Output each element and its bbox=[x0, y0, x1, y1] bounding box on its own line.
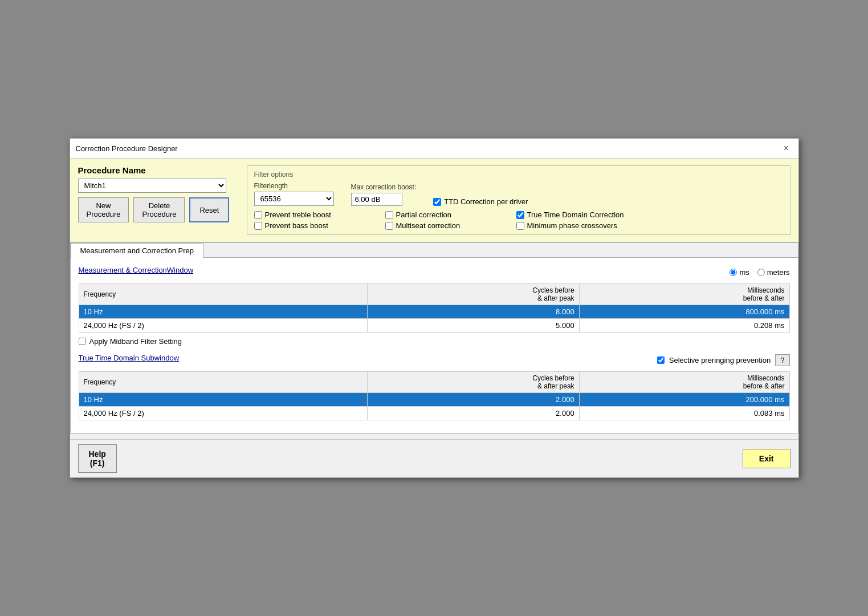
top-area: Procedure Name Mitch1 New Procedure Dele… bbox=[70, 159, 798, 242]
partial-correction-item: Partial correction bbox=[385, 210, 516, 219]
freq-header: Frequency bbox=[79, 372, 368, 393]
table-row[interactable]: 10 Hz 8.000 800.000 ms bbox=[79, 305, 789, 319]
cycles-cell: 8.000 bbox=[368, 305, 580, 319]
ttd-correction-checkbox-item: TTD Correction per driver bbox=[433, 197, 528, 206]
minimum-phase-checkbox[interactable] bbox=[516, 222, 524, 230]
table-row[interactable]: 24,000 Hz (FS / 2) 2.000 0.083 ms bbox=[79, 407, 789, 420]
ms-cell: 200.000 ms bbox=[579, 393, 789, 407]
filter-options-title: Filter options bbox=[254, 171, 783, 179]
unit-row: ms meters bbox=[730, 268, 789, 277]
selective-checkbox[interactable] bbox=[657, 356, 665, 364]
ttd-correction-label: TTD Correction per driver bbox=[444, 197, 528, 206]
multiseat-correction-checkbox[interactable] bbox=[385, 222, 393, 230]
left-panel: Procedure Name Mitch1 New Procedure Dele… bbox=[78, 165, 238, 235]
ms-radio-item: ms bbox=[730, 268, 749, 277]
tab-content: Measurement & CorrectionWindow ms meters bbox=[71, 258, 798, 433]
ms-cell: 800.000 ms bbox=[579, 305, 789, 319]
multiseat-correction-label: Multiseat correction bbox=[396, 221, 461, 230]
prevent-bass-boost-item: Prevent bass boost bbox=[254, 221, 385, 230]
prevent-treble-boost-label: Prevent treble boost bbox=[265, 210, 331, 219]
freq-cell: 10 Hz bbox=[79, 305, 368, 319]
multiseat-correction-item: Multiseat correction bbox=[385, 221, 516, 230]
close-button[interactable]: × bbox=[780, 142, 793, 155]
midband-row: Apply Midband Filter Setting bbox=[79, 337, 790, 346]
ms-cell: 0.083 ms bbox=[579, 407, 789, 420]
subwindow-header: True Time Domain Subwindow Selective pre… bbox=[79, 354, 790, 367]
cycles-header: Cycles before& after peak bbox=[368, 284, 580, 305]
title-bar: Correction Procedure Designer × bbox=[70, 139, 798, 159]
tab-measurement-correction-prep[interactable]: Measurement and Correction Prep bbox=[71, 243, 203, 258]
prevent-bass-boost-label: Prevent bass boost bbox=[265, 221, 328, 230]
meters-label: meters bbox=[767, 268, 790, 277]
exit-button[interactable]: Exit bbox=[743, 449, 790, 468]
ms-cell: 0.208 ms bbox=[579, 319, 789, 333]
selective-label: Selective preringing prevention bbox=[669, 356, 771, 364]
midband-checkbox[interactable] bbox=[79, 338, 86, 345]
filter-options-box: Filter options Filterlength 65536 32768 … bbox=[247, 165, 790, 235]
checkboxes-area: Prevent treble boost Partial correction … bbox=[254, 210, 783, 230]
selective-row: Selective preringing prevention ? bbox=[657, 354, 790, 366]
true-time-domain-label: True Time Domain Correction bbox=[527, 210, 624, 219]
ms-label: ms bbox=[739, 268, 749, 277]
cycles-cell: 2.000 bbox=[368, 407, 580, 420]
measurement-section-title[interactable]: Measurement & CorrectionWindow bbox=[79, 266, 194, 274]
window-title: Correction Procedure Designer bbox=[76, 144, 178, 153]
new-procedure-button[interactable]: New Procedure bbox=[78, 197, 129, 222]
table-row[interactable]: 10 Hz 2.000 200.000 ms bbox=[79, 393, 789, 407]
cycles-cell: 2.000 bbox=[368, 393, 580, 407]
partial-correction-label: Partial correction bbox=[396, 210, 452, 219]
help-button[interactable]: Help (F1) bbox=[78, 444, 117, 473]
reset-button[interactable]: Reset bbox=[189, 197, 229, 222]
tab-header: Measurement and Correction Prep bbox=[71, 243, 798, 258]
meters-radio-item: meters bbox=[757, 268, 790, 277]
measurement-table: Frequency Cycles before& after peak Mill… bbox=[79, 283, 790, 333]
ms-radio[interactable] bbox=[730, 269, 737, 276]
ttd-correction-col: TTD Correction per driver bbox=[433, 197, 528, 206]
prevent-treble-boost-checkbox[interactable] bbox=[254, 211, 262, 219]
selective-help-button[interactable]: ? bbox=[775, 354, 789, 366]
minimum-phase-item: Minimum phase crossovers bbox=[516, 221, 676, 230]
freq-cell: 24,000 Hz (FS / 2) bbox=[79, 319, 368, 333]
cycles-header: Cycles before& after peak bbox=[368, 372, 580, 393]
measurement-header-row: Measurement & CorrectionWindow ms meters bbox=[79, 266, 790, 279]
true-time-domain-item: True Time Domain Correction bbox=[516, 210, 676, 219]
procedure-select-row: Mitch1 bbox=[78, 179, 238, 193]
bottom-bar: Help (F1) Exit bbox=[70, 439, 798, 477]
max-correction-label: Max correction boost: bbox=[351, 183, 417, 191]
button-row: New Procedure Delete Procedure Reset bbox=[78, 197, 238, 222]
table-row[interactable]: 24,000 Hz (FS / 2) 5.000 0.208 ms bbox=[79, 319, 789, 333]
delete-procedure-button[interactable]: Delete Procedure bbox=[133, 197, 185, 222]
filterlength-select[interactable]: 65536 32768 16384 8192 4096 bbox=[254, 192, 334, 206]
subwindow-title[interactable]: True Time Domain Subwindow bbox=[79, 354, 180, 362]
freq-header: Frequency bbox=[79, 284, 368, 305]
midband-label: Apply Midband Filter Setting bbox=[89, 337, 182, 346]
procedure-select[interactable]: Mitch1 bbox=[78, 179, 226, 193]
freq-cell: 24,000 Hz (FS / 2) bbox=[79, 407, 368, 420]
ms-header: Millisecondsbefore & after bbox=[579, 284, 789, 305]
max-correction-col: Max correction boost: bbox=[351, 183, 417, 206]
subwindow-table: Frequency Cycles before& after peak Mill… bbox=[79, 371, 790, 420]
filter-row1: Filterlength 65536 32768 16384 8192 4096… bbox=[254, 182, 783, 206]
meters-radio[interactable] bbox=[757, 269, 765, 276]
cycles-cell: 5.000 bbox=[368, 319, 580, 333]
max-correction-input[interactable] bbox=[351, 193, 402, 206]
partial-correction-checkbox[interactable] bbox=[385, 211, 393, 219]
ms-header: Millisecondsbefore & after bbox=[579, 372, 789, 393]
prevent-treble-boost-item: Prevent treble boost bbox=[254, 210, 385, 219]
true-time-domain-checkbox[interactable] bbox=[516, 211, 524, 219]
freq-cell: 10 Hz bbox=[79, 393, 368, 407]
prevent-bass-boost-checkbox[interactable] bbox=[254, 222, 262, 230]
ttd-correction-checkbox[interactable] bbox=[433, 198, 441, 206]
filterlength-label: Filterlength bbox=[254, 182, 334, 190]
main-window: Correction Procedure Designer × Procedur… bbox=[70, 138, 799, 478]
minimum-phase-label: Minimum phase crossovers bbox=[527, 221, 617, 230]
tab-container: Measurement and Correction Prep Measurem… bbox=[70, 242, 798, 433]
filterlength-col: Filterlength 65536 32768 16384 8192 4096 bbox=[254, 182, 334, 206]
procedure-name-label: Procedure Name bbox=[78, 165, 238, 175]
